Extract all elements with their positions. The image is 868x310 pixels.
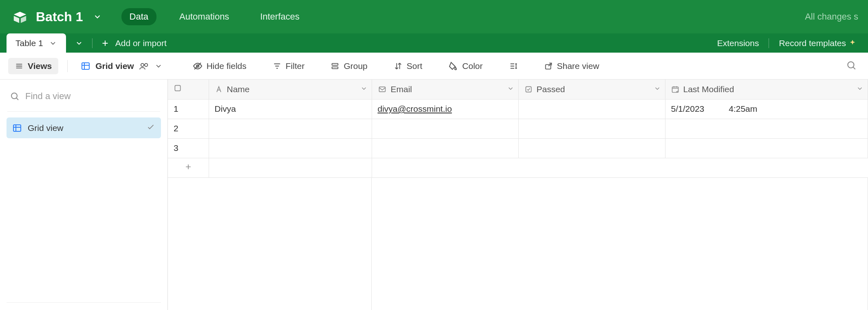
share-view-label: Share view (557, 61, 599, 71)
svg-rect-13 (175, 86, 180, 91)
chevron-down-icon[interactable] (654, 84, 661, 94)
table-row[interactable]: 2 (168, 119, 868, 138)
divider (7, 111, 160, 112)
cell-name[interactable] (209, 138, 372, 158)
email-link[interactable]: divya@crossmint.io (378, 104, 452, 113)
sort-button[interactable]: Sort (390, 59, 427, 73)
chevron-down-icon (154, 62, 163, 70)
table-row[interactable]: 3 (168, 138, 868, 158)
cell-name[interactable] (209, 119, 372, 138)
add-or-import-label: Add or import (115, 38, 167, 48)
svg-point-5 (145, 63, 148, 66)
group-button[interactable]: Group (326, 59, 371, 73)
cell-passed[interactable] (518, 119, 665, 138)
find-view-input[interactable] (25, 91, 158, 102)
cell-passed[interactable] (518, 99, 665, 119)
column-label: Email (391, 84, 412, 94)
add-or-import-button[interactable]: Add or import (93, 38, 175, 48)
cell-name[interactable]: Divya (209, 99, 372, 119)
color-button[interactable]: Color (444, 59, 487, 73)
search-records-button[interactable] (843, 57, 860, 75)
plus-icon (101, 39, 110, 48)
paint-bucket-icon (448, 61, 458, 71)
data-grid: Name Email Passed (168, 80, 868, 178)
email-icon (378, 85, 387, 93)
chevron-down-icon[interactable] (507, 84, 514, 94)
divider (67, 60, 68, 72)
modified-time: 4:25am (729, 104, 757, 114)
group-label: Group (344, 61, 367, 71)
tab-automations[interactable]: Automations (171, 8, 237, 25)
row-number[interactable]: 3 (168, 138, 209, 158)
menu-icon (15, 62, 24, 71)
cell-email[interactable]: divya@crossmint.io (372, 99, 518, 119)
row-number[interactable]: 2 (168, 119, 209, 138)
current-view-button[interactable]: Grid view (77, 59, 167, 73)
divider (7, 302, 161, 303)
column-label: Name (227, 84, 250, 94)
share-view-button[interactable]: Share view (540, 59, 604, 73)
header-row: Name Email Passed (168, 80, 868, 99)
divider (769, 38, 769, 48)
tab-interfaces[interactable]: Interfaces (252, 8, 308, 25)
share-icon (544, 62, 553, 71)
select-all-header[interactable] (168, 80, 209, 99)
cell-passed[interactable] (518, 138, 665, 158)
checkbox-field-icon (524, 85, 533, 93)
column-header-last-modified[interactable]: Last Modified (665, 80, 868, 99)
current-view-label: Grid view (95, 61, 134, 71)
color-label: Color (462, 61, 482, 71)
column-header-passed[interactable]: Passed (518, 80, 665, 99)
modified-time-icon (671, 85, 679, 93)
eye-off-icon (193, 61, 203, 71)
record-templates-label: Record templates (779, 38, 846, 48)
column-header-email[interactable]: Email (372, 80, 518, 99)
column-header-name[interactable]: Name (209, 80, 372, 99)
view-toolbar: Views Grid view Hide fields Filter Group (0, 53, 868, 80)
row-number[interactable]: 1 (168, 99, 209, 119)
svg-marker-0 (14, 12, 26, 17)
svg-marker-1 (14, 16, 19, 23)
header-nav: Data Automations Interfaces (121, 8, 308, 25)
tables-bar: Table 1 Add or import Extensions Record … (0, 33, 868, 53)
cell-email[interactable] (372, 138, 518, 158)
column-label: Last Modified (683, 84, 734, 94)
chevron-down-icon[interactable] (360, 84, 368, 94)
group-icon (330, 62, 339, 71)
filter-label: Filter (286, 61, 305, 71)
row-height-icon (509, 62, 518, 71)
svg-rect-15 (526, 86, 531, 92)
extensions-button[interactable]: Extensions (717, 38, 759, 48)
chevron-down-icon (75, 39, 83, 47)
base-name: Batch 1 (36, 9, 83, 24)
tab-data[interactable]: Data (121, 8, 156, 25)
grid-area: Name Email Passed (168, 80, 868, 310)
sidebar-view-item[interactable]: Grid view (7, 117, 161, 138)
table-tab-active[interactable]: Table 1 (7, 33, 66, 53)
base-switcher[interactable]: Batch 1 (12, 9, 102, 24)
cell-last-modified[interactable] (665, 138, 868, 158)
add-row-button[interactable] (168, 158, 209, 177)
row-height-button[interactable] (505, 59, 522, 73)
table-list-dropdown[interactable] (66, 33, 92, 53)
record-templates-button[interactable]: Record templates (779, 38, 857, 48)
hide-fields-button[interactable]: Hide fields (189, 59, 251, 73)
svg-rect-12 (13, 125, 21, 131)
cell-last-modified[interactable] (665, 119, 868, 138)
modified-date: 5/1/2023 (671, 104, 705, 114)
find-view-box[interactable] (7, 87, 161, 106)
cell-last-modified[interactable]: 5/1/2023 4:25am (665, 99, 868, 119)
hide-fields-label: Hide fields (207, 61, 247, 71)
svg-point-10 (848, 62, 854, 68)
extensions-label: Extensions (717, 38, 759, 48)
cell-email[interactable] (372, 119, 518, 138)
table-row[interactable]: 1 Divya divya@crossmint.io 5/1/2023 4:25… (168, 99, 868, 119)
add-row[interactable] (168, 158, 868, 177)
filter-button[interactable]: Filter (269, 59, 309, 73)
views-sidebar-toggle[interactable]: Views (8, 58, 58, 74)
sync-status: All changes s (805, 11, 858, 22)
filter-icon (273, 62, 282, 71)
chevron-down-icon[interactable] (856, 84, 864, 94)
svg-point-11 (11, 93, 17, 99)
sidebar-view-label: Grid view (28, 123, 64, 133)
